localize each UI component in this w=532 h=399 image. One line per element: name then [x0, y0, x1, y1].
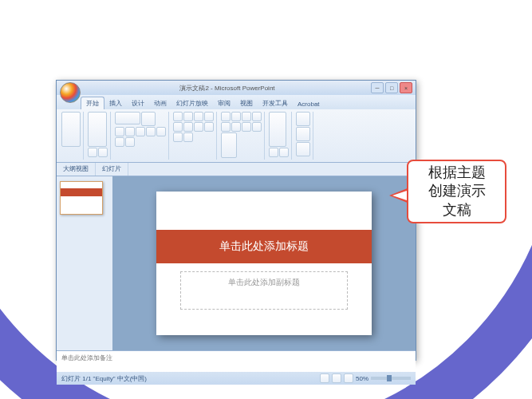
tab-review[interactable]: 审阅: [213, 97, 235, 109]
powerpoint-window: 演示文稿2 - Microsoft PowerPoint ─ □ × 开始 插入…: [56, 80, 416, 361]
shape-arrow-button[interactable]: [252, 112, 262, 121]
ribbon-tabs: 开始 插入 设计 动画 幻灯片放映 审阅 视图 开发工具 Acrobat: [57, 95, 416, 109]
shape-more3-button[interactable]: [242, 122, 251, 132]
align-left-button[interactable]: [173, 122, 183, 132]
ribbon-group-slides: [85, 112, 111, 160]
status-left: 幻灯片 1/1 "Equity" 中文(中国): [61, 374, 147, 383]
tab-view[interactable]: 视图: [235, 97, 258, 109]
zoom-controls: 50%: [320, 373, 411, 383]
pane-tabs: 大纲视图 幻灯片: [57, 163, 416, 176]
title-placeholder[interactable]: 单击此处添加标题: [156, 230, 372, 263]
ribbon-group-paragraph: [171, 112, 217, 160]
zoom-slider[interactable]: [371, 377, 411, 380]
callout-text: 根据主题 创建演示 文稿: [428, 164, 486, 219]
shape-outline-button[interactable]: [279, 148, 289, 157]
font-size[interactable]: [141, 112, 156, 126]
indent-inc-button[interactable]: [204, 112, 214, 121]
tab-acrobat[interactable]: Acrobat: [293, 99, 325, 109]
new-slide-button[interactable]: [88, 112, 107, 147]
columns-button[interactable]: [173, 132, 183, 142]
shadow-button[interactable]: [156, 127, 166, 136]
align-center-button[interactable]: [183, 122, 193, 132]
font-color-button[interactable]: [115, 137, 124, 147]
bold-button[interactable]: [115, 127, 124, 136]
char-spacing-button[interactable]: [125, 137, 135, 147]
shape-more1-button[interactable]: [221, 122, 231, 132]
shape-oval-button[interactable]: [231, 112, 241, 121]
shape-rect-button[interactable]: [221, 112, 231, 121]
numbering-button[interactable]: [183, 112, 193, 121]
select-button[interactable]: [296, 142, 310, 156]
ribbon-group-drawing: [219, 112, 265, 160]
tab-insert[interactable]: 插入: [104, 97, 127, 109]
title-bar: 演示文稿2 - Microsoft PowerPoint ─ □ ×: [57, 81, 416, 95]
slide-thumbnail-1[interactable]: [60, 181, 103, 215]
ribbon: [57, 109, 416, 163]
view-sorter-button[interactable]: [332, 373, 341, 383]
indent-dec-button[interactable]: [194, 112, 203, 121]
italic-button[interactable]: [125, 127, 135, 136]
arrange-button[interactable]: [221, 132, 237, 158]
slide-editor: 单击此处添加标题 单击此处添加副标题: [112, 176, 416, 350]
zoom-value: 50%: [356, 375, 368, 382]
work-area: 单击此处添加标题 单击此处添加副标题: [57, 176, 416, 350]
shape-fill-button[interactable]: [269, 148, 278, 157]
close-button[interactable]: ×: [400, 82, 412, 93]
outline-tab[interactable]: 大纲视图: [57, 163, 96, 176]
thumbnail-panel: [57, 176, 112, 350]
zoom-thumb[interactable]: [387, 375, 392, 381]
view-normal-button[interactable]: [320, 373, 329, 383]
tab-animation[interactable]: 动画: [149, 97, 171, 109]
tab-home[interactable]: 开始: [81, 97, 104, 109]
ribbon-group-editing: [294, 112, 313, 160]
notes-pane[interactable]: 单击此处添加备注: [57, 350, 416, 372]
window-title: 演示文稿2 - Microsoft PowerPoint: [84, 84, 371, 93]
bullets-button[interactable]: [173, 112, 183, 121]
reset-button[interactable]: [98, 148, 108, 157]
ribbon-group-style: [266, 112, 292, 160]
align-right-button[interactable]: [194, 122, 203, 132]
shape-line-button[interactable]: [242, 112, 251, 121]
subtitle-placeholder[interactable]: 单击此处添加副标题: [180, 271, 348, 310]
tab-design[interactable]: 设计: [127, 97, 149, 109]
maximize-button[interactable]: □: [385, 82, 398, 93]
tab-dev[interactable]: 开发工具: [258, 97, 293, 109]
paste-button[interactable]: [61, 112, 81, 147]
quick-style-button[interactable]: [269, 112, 286, 147]
tab-slideshow[interactable]: 幻灯片放映: [171, 97, 213, 109]
justify-button[interactable]: [204, 122, 214, 132]
text-dir-button[interactable]: [183, 132, 193, 142]
thumb-title-bar: [61, 188, 102, 196]
replace-button[interactable]: [296, 127, 310, 141]
status-bar: 幻灯片 1/1 "Equity" 中文(中国) 50%: [57, 372, 416, 385]
minimize-button[interactable]: ─: [371, 82, 384, 93]
find-button[interactable]: [296, 112, 310, 126]
strike-button[interactable]: [146, 127, 156, 136]
ribbon-group-clipboard: [59, 112, 84, 160]
font-select[interactable]: [115, 112, 140, 124]
ribbon-group-font: [112, 112, 169, 160]
slides-tab[interactable]: 幻灯片: [96, 163, 128, 176]
annotation-callout: 根据主题 创建演示 文稿: [407, 160, 506, 223]
office-button[interactable]: [60, 82, 81, 103]
shape-more4-button[interactable]: [252, 122, 262, 132]
slide-canvas[interactable]: 单击此处添加标题 单击此处添加副标题: [156, 192, 372, 335]
shape-more2-button[interactable]: [231, 122, 241, 132]
underline-button[interactable]: [136, 127, 145, 136]
layout-button[interactable]: [88, 148, 97, 157]
view-show-button[interactable]: [344, 373, 353, 383]
